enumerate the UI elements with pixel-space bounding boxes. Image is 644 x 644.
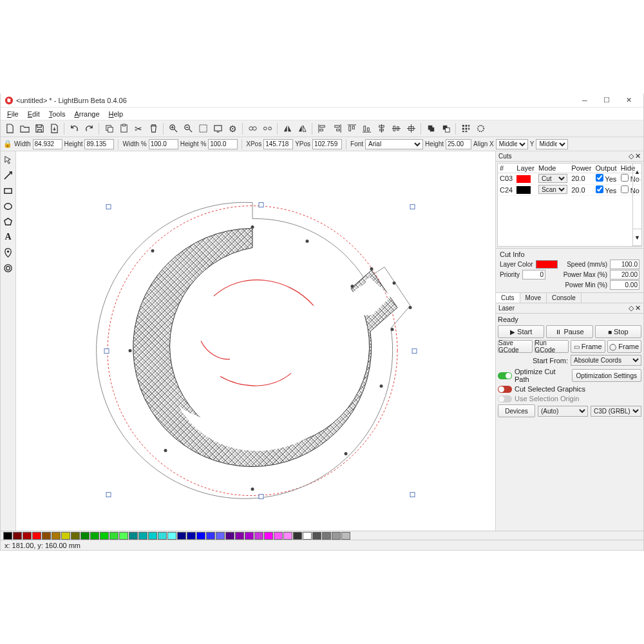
- device-machine-select[interactable]: C3D (GRBL): [591, 406, 641, 417]
- menu-file[interactable]: File: [3, 109, 23, 119]
- use-selection-origin-toggle[interactable]: [498, 395, 512, 402]
- palette-swatch[interactable]: [177, 532, 186, 540]
- zoom-frame-icon[interactable]: [196, 122, 209, 135]
- rect-tool-icon[interactable]: [3, 185, 14, 196]
- palette-swatch[interactable]: [187, 532, 196, 540]
- menu-help[interactable]: Help: [105, 109, 128, 119]
- palette-swatch[interactable]: [119, 532, 128, 540]
- group-icon[interactable]: [246, 122, 259, 135]
- table-row[interactable]: C24 Scan 20.0 Yes No: [498, 184, 641, 195]
- palette-swatch[interactable]: [274, 532, 283, 540]
- palette-swatch[interactable]: [341, 532, 350, 540]
- open-icon[interactable]: [18, 122, 31, 135]
- palette-swatch[interactable]: [23, 532, 32, 540]
- laser-close-icon[interactable]: ✕: [635, 304, 641, 312]
- align-left-icon[interactable]: [316, 122, 328, 135]
- delete-icon[interactable]: [147, 122, 160, 135]
- palette-swatch[interactable]: [90, 532, 99, 540]
- palette-swatch[interactable]: [225, 532, 234, 540]
- palette-swatch[interactable]: [158, 532, 167, 540]
- palette-swatch[interactable]: [71, 532, 80, 540]
- heightpct-input[interactable]: [208, 139, 238, 149]
- palette-swatch[interactable]: [332, 532, 341, 540]
- text-tool-icon[interactable]: A: [3, 231, 14, 243]
- palette-swatch[interactable]: [100, 532, 109, 540]
- zoom-out-icon[interactable]: [182, 122, 194, 135]
- tab-console[interactable]: Console: [547, 293, 582, 303]
- ypos-input[interactable]: [312, 139, 342, 149]
- palette-swatch[interactable]: [13, 532, 22, 540]
- copy-icon[interactable]: [102, 122, 115, 135]
- palette-swatch[interactable]: [216, 532, 225, 540]
- xpos-input[interactable]: [263, 139, 293, 149]
- align-top-icon[interactable]: [345, 122, 358, 135]
- lock-icon[interactable]: 🔒: [3, 140, 12, 149]
- device-auto-select[interactable]: (Auto): [538, 406, 588, 417]
- minimize-button[interactable]: ─: [574, 94, 596, 107]
- redo-icon[interactable]: [82, 122, 95, 135]
- palette-swatch[interactable]: [196, 532, 205, 540]
- grid-array-icon[interactable]: [459, 122, 472, 135]
- palette-swatch[interactable]: [129, 532, 138, 540]
- marker-tool-icon[interactable]: [3, 247, 14, 258]
- powermax-input[interactable]: [610, 270, 639, 279]
- cut-icon[interactable]: ✂: [132, 122, 145, 135]
- undo-icon[interactable]: [68, 122, 80, 135]
- speed-input[interactable]: [610, 260, 639, 269]
- palette-swatch[interactable]: [52, 532, 61, 540]
- bool-union-icon[interactable]: [424, 122, 437, 135]
- line-tool-icon[interactable]: [3, 169, 14, 181]
- start-button[interactable]: ▶ Start: [498, 325, 544, 338]
- palette-swatch[interactable]: [42, 532, 51, 540]
- new-icon[interactable]: [3, 122, 16, 135]
- layercolor-swatch[interactable]: [536, 260, 558, 269]
- palette-swatch[interactable]: [206, 532, 215, 540]
- close-button[interactable]: ✕: [618, 94, 639, 107]
- zoom-in-icon[interactable]: [167, 122, 180, 135]
- ellipse-tool-icon[interactable]: [3, 200, 14, 212]
- align-bottom-icon[interactable]: [360, 122, 373, 135]
- optimization-settings-button[interactable]: Optimization Settings: [572, 369, 642, 382]
- priority-input[interactable]: [522, 270, 545, 279]
- font-select[interactable]: Arial: [365, 139, 423, 149]
- tab-move[interactable]: Move: [520, 293, 547, 303]
- palette-swatch[interactable]: [293, 532, 302, 540]
- palette-swatch[interactable]: [61, 532, 70, 540]
- palette-swatch[interactable]: [264, 532, 273, 540]
- align-center-icon[interactable]: [404, 122, 417, 135]
- align-right-icon[interactable]: [330, 122, 343, 135]
- maximize-button[interactable]: ☐: [596, 94, 618, 107]
- palette-swatch[interactable]: [254, 532, 263, 540]
- palette-swatch[interactable]: [283, 532, 292, 540]
- palette-swatch[interactable]: [148, 532, 157, 540]
- layer-down-icon[interactable]: ▼: [633, 229, 641, 246]
- menu-arrange[interactable]: Arrange: [70, 109, 103, 119]
- panel-undock-icon[interactable]: ◇: [629, 152, 634, 160]
- alignx-select[interactable]: Middle: [496, 139, 528, 149]
- run-gcode-button[interactable]: Run GCode: [535, 340, 569, 353]
- cut-selected-toggle[interactable]: [498, 386, 512, 393]
- laser-undock-icon[interactable]: ◇: [629, 304, 634, 312]
- palette-swatch[interactable]: [322, 532, 331, 540]
- canvas[interactable]: [16, 151, 495, 531]
- mirror-v-icon[interactable]: [296, 122, 308, 135]
- pause-button[interactable]: ⏸ Pause: [546, 325, 592, 338]
- tab-cuts[interactable]: Cuts: [496, 293, 520, 303]
- offset-tool-icon[interactable]: [3, 262, 14, 274]
- frame-circle-button[interactable]: ◯ Frame: [607, 340, 642, 353]
- fontheight-input[interactable]: [446, 139, 471, 149]
- bool-subtract-icon[interactable]: [439, 122, 452, 135]
- settings-icon[interactable]: ⚙: [226, 122, 239, 135]
- table-row[interactable]: C03 Cut 20.0 Yes No: [498, 173, 641, 185]
- menu-tools[interactable]: Tools: [45, 109, 70, 119]
- palette-swatch[interactable]: [167, 532, 176, 540]
- import-icon[interactable]: [48, 122, 61, 135]
- save-gcode-button[interactable]: Save GCode: [498, 340, 533, 353]
- stop-button[interactable]: ■ Stop: [595, 325, 641, 338]
- palette-swatch[interactable]: [312, 532, 321, 540]
- palette-swatch[interactable]: [245, 532, 254, 540]
- layer-up-icon[interactable]: ▲: [633, 164, 641, 180]
- width-input[interactable]: [33, 139, 62, 149]
- frame-rect-button[interactable]: ▭ Frame: [571, 340, 605, 353]
- circular-array-icon[interactable]: [474, 122, 487, 135]
